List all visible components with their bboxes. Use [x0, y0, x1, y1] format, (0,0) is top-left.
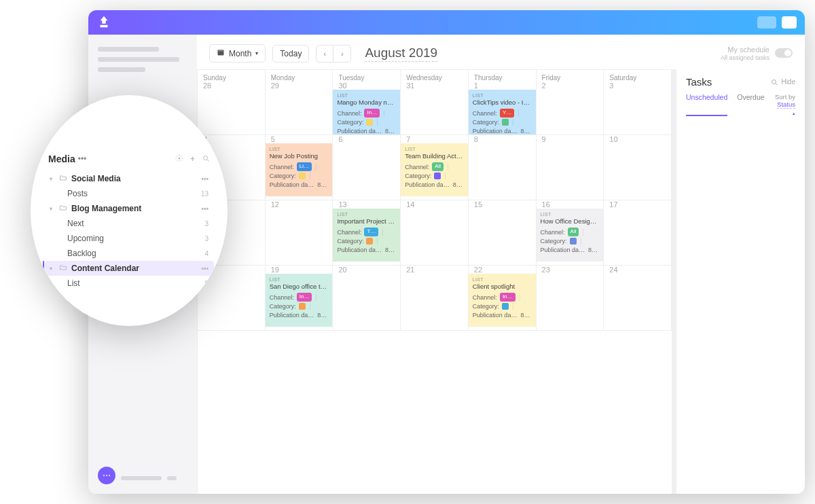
more-icon[interactable]: •••	[201, 175, 209, 183]
folder-item[interactable]: ▾Blog Management•••	[48, 201, 210, 216]
space-more-icon[interactable]: •••	[78, 154, 87, 164]
calendar-cell[interactable]: 8	[469, 135, 537, 200]
task-card[interactable]: ListSan Diego office tourChannel: In…Cat…	[266, 274, 333, 327]
calendar-cell[interactable]: 14	[401, 200, 469, 266]
hide-panel-button[interactable]: Hide	[770, 78, 795, 86]
list-count: 4	[204, 250, 209, 257]
list-item[interactable]: Next3	[48, 216, 210, 231]
more-icon[interactable]: •••	[201, 205, 209, 213]
calendar-cell[interactable]: 16ListHow Office Design imChannel: AllCa…	[537, 200, 604, 266]
task-card[interactable]: ListClient spotlightChannel: In…Category…	[469, 274, 536, 327]
day-number: 22	[469, 266, 536, 274]
day-header: Sunday	[198, 70, 265, 82]
calendar-cell[interactable]: 5ListNew Job PostingChannel: Li…Category…	[266, 135, 333, 200]
list-item[interactable]: Upcoming3	[48, 231, 210, 246]
task-card[interactable]: ListClickTips video - InboChannel: Y…Cat…	[469, 90, 536, 135]
calendar-cell[interactable]: Thursday1ListClickTips video - InboChann…	[469, 70, 537, 135]
task-card[interactable]: ListHow Office Design imChannel: AllCate…	[537, 209, 604, 262]
plus-icon[interactable]: +	[190, 154, 195, 164]
gear-icon[interactable]	[175, 154, 183, 164]
search-icon[interactable]	[202, 154, 210, 164]
sort-control[interactable]: Sort by Status ▴	[774, 93, 795, 116]
tasks-tabs: Unscheduled Overdue Sort by Status ▴	[686, 93, 795, 116]
channel-tag: In…	[500, 293, 515, 302]
my-schedule-toggle[interactable]	[775, 48, 793, 58]
calendar-cell[interactable]: 7ListTeam Building ActivitiChannel: AllC…	[401, 135, 469, 200]
my-schedule-sub: All assigned tasks	[721, 54, 769, 62]
calendar-cell[interactable]: 20	[333, 266, 401, 331]
list-item[interactable]: Posts13	[48, 186, 210, 201]
more-icon[interactable]: •••	[201, 265, 209, 272]
calendar-cell[interactable]: 9	[537, 135, 604, 200]
day-number: 5	[266, 135, 333, 143]
calendar-cell[interactable]: 15	[469, 200, 537, 266]
list-item[interactable]: Backlog4	[48, 246, 210, 261]
today-label: Today	[280, 49, 302, 58]
calendar-cell[interactable]: Saturday3	[604, 70, 672, 135]
calendar-cell[interactable]: Tuesday30ListMango Monday new eChannel: …	[333, 70, 401, 135]
list-name: Posts	[67, 189, 88, 198]
chevron-down-icon: ▾	[255, 50, 258, 56]
window-control-a[interactable]	[757, 16, 776, 29]
prev-month-button[interactable]: ‹	[316, 45, 333, 62]
tab-overdue[interactable]: Overdue	[737, 93, 764, 116]
view-dropdown[interactable]: Month ▾	[209, 44, 266, 62]
calendar-cell[interactable]: 10	[604, 135, 672, 200]
channel-tag: Y…	[500, 109, 514, 118]
chat-placeholder	[121, 476, 162, 480]
day-number: 1	[469, 82, 536, 90]
my-schedule-label: My schedule	[721, 45, 769, 54]
day-number: 6	[333, 135, 400, 146]
chat-icon[interactable]: ⋯	[98, 467, 115, 484]
list-name: Upcoming	[67, 234, 104, 243]
day-number: 30	[333, 82, 400, 90]
window-control-b[interactable]	[782, 16, 797, 29]
today-button[interactable]: Today	[272, 45, 309, 62]
task-card[interactable]: ListMango Monday new eChannel: In…Catego…	[333, 90, 400, 135]
calendar-cell[interactable]: 22ListClient spotlightChannel: In…Catego…	[469, 266, 537, 331]
category-row: Category:	[473, 302, 532, 310]
next-month-button[interactable]: ›	[333, 45, 351, 62]
day-header: Saturday	[604, 70, 671, 82]
list-item[interactable]: List8	[48, 276, 210, 291]
folder-icon	[59, 174, 67, 183]
day-number: 2	[537, 82, 604, 92]
channel-tag: All	[568, 228, 579, 236]
calendar-cell[interactable]: 19ListSan Diego office tourChannel: In…C…	[266, 266, 333, 331]
day-number: 15	[469, 200, 536, 211]
calendar-cell[interactable]: 21	[401, 266, 469, 331]
sort-label: Sort by	[774, 93, 795, 101]
chevron-up-icon: ▴	[793, 111, 795, 115]
pubdate-row: Publication da… 8…	[473, 311, 532, 319]
calendar-grid[interactable]: Sunday28Monday29Tuesday30ListMango Monda…	[197, 69, 676, 494]
calendar-cell[interactable]: Monday29	[266, 70, 333, 135]
folder-item[interactable]: ▾Content Calendar•••	[44, 261, 214, 276]
calendar-cell[interactable]: 17	[604, 200, 672, 266]
task-title: How Office Design im	[541, 217, 600, 226]
calendar-cell[interactable]: 13ListImportant Project MarChannel: T…Ca…	[333, 200, 401, 266]
day-number: 24	[604, 266, 671, 276]
calendar-cell[interactable]: Wednesday31	[401, 70, 469, 135]
calendar-cell[interactable]: 24	[604, 266, 672, 331]
calendar-cell[interactable]: Friday2	[537, 70, 604, 135]
tasks-panel-title: Tasks	[686, 76, 712, 88]
calendar-cell[interactable]: 12	[266, 200, 333, 266]
folder-item[interactable]: ▾Social Media•••	[48, 171, 210, 186]
calendar-cell[interactable]: Sunday28	[198, 70, 266, 135]
task-card[interactable]: ListImportant Project MarChannel: T…Cate…	[333, 209, 400, 262]
channel-row: Channel: Y…	[473, 109, 532, 118]
list-label: List	[473, 92, 532, 98]
folder-name: Content Calendar	[71, 264, 139, 273]
calendar-cell[interactable]: 6	[333, 135, 401, 200]
chat-placeholder	[167, 476, 177, 480]
list-name: List	[67, 278, 80, 288]
task-card[interactable]: ListNew Job PostingChannel: Li…Category:…	[266, 143, 333, 196]
calendar-cell[interactable]: 23	[537, 266, 604, 331]
tab-unscheduled[interactable]: Unscheduled	[686, 93, 727, 116]
day-header: Monday	[266, 70, 333, 82]
task-card[interactable]: ListTeam Building ActivitiChannel: AllCa…	[401, 143, 468, 196]
channel-row: Channel: In…	[473, 293, 532, 302]
day-number: 13	[333, 200, 400, 209]
category-swatch	[299, 303, 306, 310]
day-header: Thursday	[469, 70, 536, 82]
